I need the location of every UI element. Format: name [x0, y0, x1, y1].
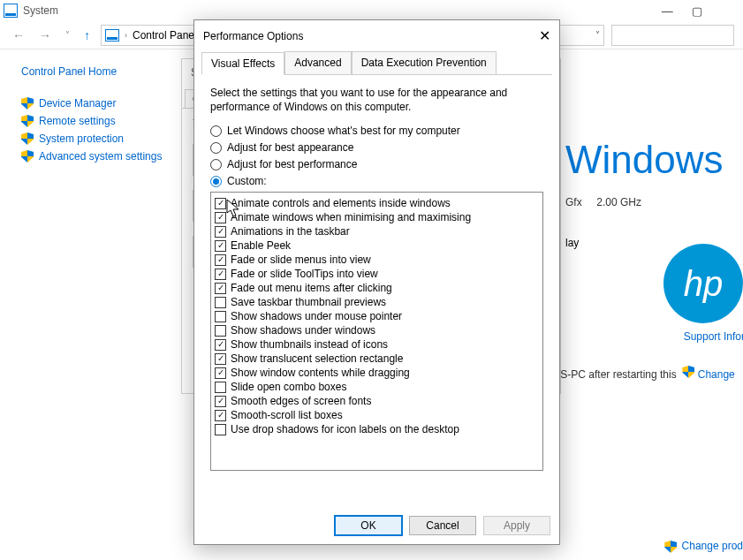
- visual-effect-option[interactable]: Enable Peek: [215, 238, 539, 253]
- sidebar: Control Panel Home Device Manager Remote…: [0, 49, 177, 560]
- sidebar-device-manager[interactable]: Device Manager: [21, 97, 168, 110]
- radio-label: Let Windows choose what's best for my co…: [227, 125, 460, 137]
- option-label: Show window contents while dragging: [231, 367, 410, 379]
- search-input[interactable]: [611, 25, 734, 46]
- visual-effect-option[interactable]: Fade or slide ToolTips into view: [215, 267, 539, 281]
- checkbox-icon: [215, 311, 226, 322]
- option-label: Enable Peek: [231, 239, 291, 252]
- checkbox-icon: [215, 367, 226, 379]
- visual-effect-option[interactable]: Fade out menu items after clicking: [215, 281, 539, 295]
- option-label: Show shadows under windows: [231, 324, 375, 337]
- shield-icon: [21, 132, 34, 145]
- support-info-link[interactable]: Support Infor: [684, 330, 743, 343]
- visual-effect-option[interactable]: Show shadows under windows: [215, 323, 539, 337]
- ok-button[interactable]: OK: [335, 516, 402, 535]
- sidebar-item-label: Remote settings: [39, 115, 116, 127]
- gfx-value: 2.00 GHz: [596, 196, 641, 208]
- checkbox-icon: [215, 353, 226, 365]
- visual-effect-option[interactable]: Smooth edges of screen fonts: [215, 394, 539, 408]
- shield-icon: [664, 541, 677, 553]
- radio-icon: [210, 176, 222, 187]
- sidebar-system-protection[interactable]: System protection: [21, 132, 168, 145]
- visual-effect-option[interactable]: Show thumbnails instead of icons: [215, 337, 539, 352]
- radio-best-performance[interactable]: Adjust for best performance: [210, 158, 543, 170]
- checkbox-icon: [215, 396, 226, 407]
- checkbox-icon: [215, 325, 226, 337]
- addressbar-icon: [105, 29, 119, 42]
- option-label: Smooth edges of screen fonts: [231, 395, 371, 407]
- close-icon[interactable]: ✕: [539, 27, 550, 44]
- sidebar-item-label: Device Manager: [39, 97, 116, 110]
- option-label: Animate controls and elements inside win…: [231, 197, 451, 209]
- minimize-button[interactable]: —: [654, 4, 680, 18]
- windows-logo-text: Windows: [565, 138, 743, 182]
- forward-button[interactable]: →: [35, 28, 55, 42]
- radio-icon: [210, 159, 222, 170]
- shield-icon: [21, 115, 34, 127]
- right-panel: Windows Gfx 2.00 GHz lay hp Support Info…: [557, 49, 743, 560]
- tab-visual-effects[interactable]: Visual Effects: [201, 52, 284, 75]
- visual-effect-option[interactable]: Use drop shadows for icon labels on the …: [215, 422, 539, 436]
- dialog-title: Performance Options: [203, 30, 303, 42]
- visual-effect-option[interactable]: Animations in the taskbar: [215, 224, 539, 238]
- address-path: Control Panel: [133, 29, 197, 42]
- sidebar-item-label: System protection: [39, 132, 124, 145]
- visual-effect-option[interactable]: Animate windows when minimising and maxi…: [215, 210, 539, 224]
- performance-options-dialog: Performance Options ✕ Visual Effects Adv…: [193, 19, 560, 545]
- visual-effect-option[interactable]: Show window contents while dragging: [215, 366, 539, 380]
- option-label: Animate windows when minimising and maxi…: [231, 211, 471, 223]
- tab-dep[interactable]: Data Execution Prevention: [352, 51, 497, 74]
- change-product-key-link[interactable]: Change prod: [664, 540, 743, 553]
- up-button[interactable]: ↑: [80, 28, 94, 42]
- radio-label: Custom:: [227, 175, 267, 187]
- option-label: Save taskbar thumbnail previews: [231, 296, 386, 308]
- addressbar-dropdown-icon[interactable]: ˅: [595, 30, 600, 40]
- hp-logo: hp: [663, 244, 743, 323]
- visual-effect-option[interactable]: Show shadows under mouse pointer: [215, 309, 539, 323]
- radio-best-appearance[interactable]: Adjust for best appearance: [210, 141, 543, 154]
- shield-icon: [682, 366, 694, 378]
- apply-button[interactable]: Apply: [483, 516, 550, 535]
- back-button[interactable]: ←: [9, 28, 28, 42]
- sidebar-remote-settings[interactable]: Remote settings: [21, 115, 168, 127]
- checkbox-icon: [215, 424, 226, 435]
- radio-icon: [210, 142, 222, 154]
- radio-icon: [210, 125, 222, 137]
- checkbox-icon: [215, 410, 226, 421]
- change-product-label: Change prod: [682, 540, 743, 552]
- radio-let-windows-choose[interactable]: Let Windows choose what's best for my co…: [210, 125, 543, 137]
- visual-effect-option[interactable]: Fade or slide menus into view: [215, 253, 539, 267]
- recent-dropdown[interactable]: ˅: [62, 30, 73, 40]
- option-label: Fade or slide ToolTips into view: [231, 268, 378, 280]
- visual-effect-option[interactable]: Animate controls and elements inside win…: [215, 196, 539, 210]
- visual-effect-option[interactable]: Slide open combo boxes: [215, 380, 539, 394]
- cancel-button[interactable]: Cancel: [409, 516, 476, 535]
- checkbox-icon: [215, 339, 226, 351]
- checkbox-icon: [215, 198, 226, 209]
- option-label: Fade out menu items after clicking: [231, 282, 392, 294]
- option-label: Animations in the taskbar: [231, 225, 350, 238]
- option-label: Slide open combo boxes: [231, 381, 346, 393]
- control-panel-home-link[interactable]: Control Panel Home: [21, 65, 168, 78]
- sidebar-item-label: Advanced system settings: [39, 150, 162, 163]
- chevron-icon: ›: [125, 31, 127, 40]
- visual-effects-list[interactable]: Animate controls and elements inside win…: [210, 192, 543, 471]
- shield-icon: [21, 97, 34, 110]
- option-label: Show shadows under mouse pointer: [231, 310, 402, 322]
- sidebar-advanced-system-settings[interactable]: Advanced system settings: [21, 150, 168, 163]
- option-label: Smooth-scroll list boxes: [231, 409, 343, 421]
- radio-label: Adjust for best appearance: [227, 141, 353, 154]
- radio-custom[interactable]: Custom:: [210, 175, 543, 187]
- visual-effect-option[interactable]: Save taskbar thumbnail previews: [215, 295, 539, 309]
- titlebar: System — ▢: [0, 0, 743, 21]
- shield-icon: [21, 150, 34, 163]
- checkbox-icon: [215, 240, 226, 252]
- maximize-button[interactable]: ▢: [684, 4, 710, 18]
- visual-effect-option[interactable]: Show translucent selection rectangle: [215, 352, 539, 366]
- window-controls: — ▢: [654, 4, 739, 18]
- checkbox-icon: [215, 212, 226, 223]
- option-label: Fade or slide menus into view: [231, 254, 371, 266]
- visual-effect-option[interactable]: Smooth-scroll list boxes: [215, 408, 539, 422]
- option-label: Show thumbnails instead of icons: [231, 338, 388, 351]
- tab-advanced[interactable]: Advanced: [284, 51, 351, 74]
